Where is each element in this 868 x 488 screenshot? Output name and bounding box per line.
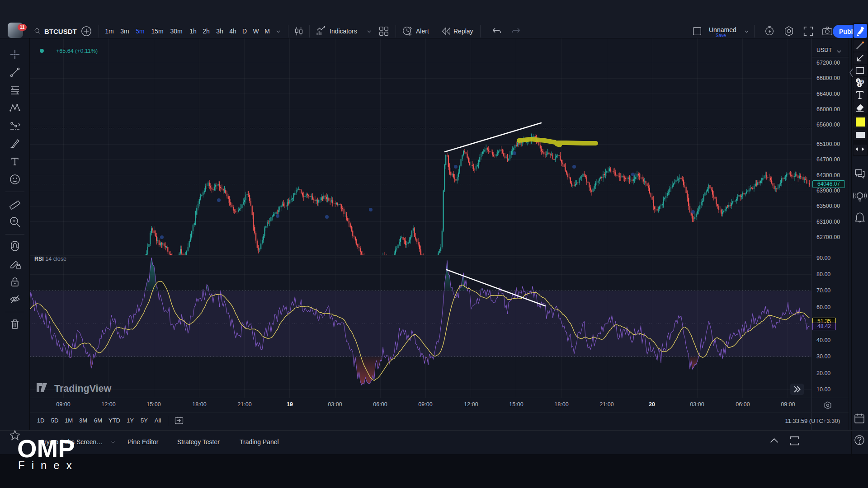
svg-text:3: 3 <box>859 83 860 86</box>
svg-text:2: 2 <box>861 80 863 83</box>
svg-text:1: 1 <box>857 79 859 82</box>
svg-text:TradingView: TradingView <box>54 383 112 394</box>
